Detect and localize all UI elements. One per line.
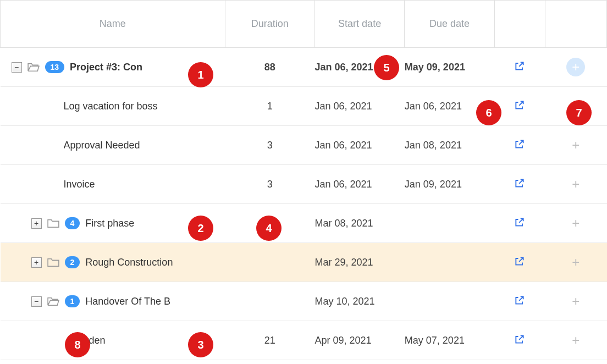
col-due-header: Due date <box>405 1 494 48</box>
open-link-icon[interactable] <box>514 334 525 345</box>
collapse-toggle[interactable]: − <box>31 296 42 307</box>
due-date-cell[interactable]: May 09, 2021 <box>405 48 494 87</box>
duration-cell[interactable]: 3 <box>225 126 314 165</box>
table-header: Name Duration Start date Due date <box>1 1 607 48</box>
col-add-header <box>545 1 606 48</box>
expand-toggle[interactable]: + <box>31 218 42 229</box>
collapse-toggle[interactable]: − <box>12 62 22 73</box>
table-row[interactable]: Log vacation for boss1Jan 06, 2021Jan 06… <box>1 87 607 126</box>
open-link-icon[interactable] <box>514 256 525 267</box>
annotation-marker-8: 8 <box>65 332 90 357</box>
due-date-cell[interactable] <box>405 243 494 282</box>
due-date-cell[interactable] <box>405 282 494 321</box>
start-date-cell[interactable]: Jan 06, 2021 <box>314 165 404 204</box>
start-date-cell[interactable]: May 10, 2021 <box>314 282 404 321</box>
add-button[interactable]: + <box>568 333 583 348</box>
table-row[interactable]: Approval Needed3Jan 06, 2021Jan 08, 2021… <box>1 126 607 165</box>
duration-cell[interactable]: 1 <box>225 87 314 126</box>
task-count-badge: 1 <box>65 295 80 307</box>
folder-open-icon <box>27 62 40 72</box>
annotation-marker-3: 3 <box>188 332 213 357</box>
task-name[interactable]: Rough Construction <box>85 257 173 268</box>
table-row[interactable]: +4First phaseMar 08, 2021+ <box>1 204 607 243</box>
col-name-header: Name <box>1 1 225 48</box>
duration-cell[interactable]: 3 <box>225 165 314 204</box>
table-row[interactable]: rden21Apr 09, 2021May 07, 2021+ <box>1 321 607 360</box>
open-link-icon[interactable] <box>514 100 525 111</box>
add-button[interactable]: + <box>568 216 583 231</box>
due-date-cell[interactable] <box>405 204 494 243</box>
folder-icon <box>47 218 59 228</box>
add-button[interactable]: + <box>568 294 583 309</box>
start-date-cell[interactable]: Apr 09, 2021 <box>314 321 404 360</box>
open-link-icon[interactable] <box>514 217 525 228</box>
start-date-cell[interactable]: Jan 06, 2021 <box>314 126 404 165</box>
task-name[interactable]: Invoice <box>64 179 95 190</box>
due-date-cell[interactable]: Jan 09, 2021 <box>405 165 494 204</box>
duration-cell[interactable]: 21 <box>225 321 314 360</box>
col-duration-header: Duration <box>225 1 314 48</box>
start-date-cell[interactable]: Mar 29, 2021 <box>314 243 404 282</box>
table-row[interactable]: −1Handover Of The BMay 10, 2021+ <box>1 282 607 321</box>
task-count-badge: 4 <box>65 217 80 229</box>
table-row[interactable]: +2Rough ConstructionMar 29, 2021+ <box>1 243 607 282</box>
add-button[interactable]: + <box>568 177 583 192</box>
task-count-badge: 13 <box>45 61 65 73</box>
add-button[interactable]: + <box>566 58 585 76</box>
open-link-icon[interactable] <box>514 139 525 150</box>
open-link-icon[interactable] <box>514 295 525 306</box>
annotation-marker-7: 7 <box>566 100 592 125</box>
annotation-marker-2: 2 <box>188 216 213 241</box>
table-row[interactable]: Invoice3Jan 06, 2021Jan 09, 2021+ <box>1 165 607 204</box>
due-date-cell[interactable]: Jan 08, 2021 <box>405 126 494 165</box>
annotation-marker-5: 5 <box>374 55 399 80</box>
task-name[interactable]: First phase <box>85 218 134 229</box>
annotation-marker-6: 6 <box>476 100 501 125</box>
start-date-cell[interactable]: Mar 08, 2021 <box>314 204 404 243</box>
duration-cell[interactable] <box>225 282 314 321</box>
col-start-header: Start date <box>314 1 404 48</box>
task-name[interactable]: Approval Needed <box>64 140 140 151</box>
duration-cell[interactable] <box>225 243 314 282</box>
annotation-marker-4: 4 <box>256 216 282 241</box>
col-link-header <box>494 1 545 48</box>
add-button[interactable]: + <box>568 255 583 270</box>
task-name[interactable]: Project #3: Con <box>70 62 142 73</box>
folder-open-icon <box>47 296 59 306</box>
task-table: Name Duration Start date Due date −13Pro… <box>0 0 607 360</box>
task-name[interactable]: Log vacation for boss <box>64 101 158 112</box>
folder-icon <box>47 257 59 267</box>
duration-cell[interactable]: 88 <box>225 48 314 87</box>
open-link-icon[interactable] <box>514 178 525 189</box>
open-link-icon[interactable] <box>514 60 525 71</box>
add-button[interactable]: + <box>568 137 583 153</box>
expand-toggle[interactable]: + <box>31 257 42 268</box>
annotation-marker-1: 1 <box>188 62 213 87</box>
table-row[interactable]: −13Project #3: Con88Jan 06, 2021May 09, … <box>1 48 607 87</box>
due-date-cell[interactable]: May 07, 2021 <box>405 321 494 360</box>
start-date-cell[interactable]: Jan 06, 2021 <box>314 87 404 126</box>
task-name[interactable]: Handover Of The B <box>85 296 170 307</box>
task-count-badge: 2 <box>65 256 80 268</box>
